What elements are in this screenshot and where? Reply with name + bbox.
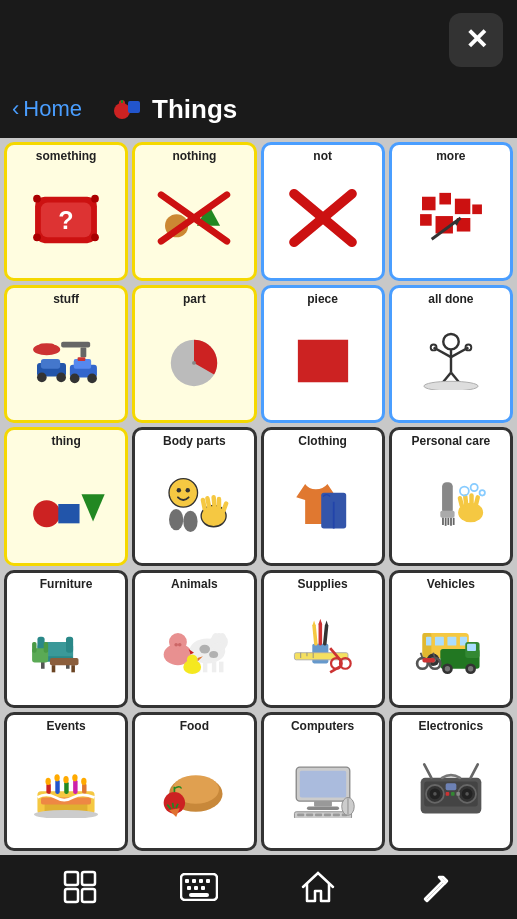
svg-rect-132	[435, 637, 444, 646]
keyboard-button[interactable]	[179, 867, 219, 907]
more-svg	[411, 189, 491, 247]
svg-rect-207	[199, 879, 203, 883]
svg-line-78	[476, 497, 478, 504]
svg-point-57	[169, 508, 183, 529]
svg-rect-155	[55, 779, 59, 793]
cell-food[interactable]: Food	[132, 712, 256, 851]
not-svg	[283, 189, 363, 247]
piece-svg	[283, 332, 363, 390]
svg-rect-23	[472, 205, 482, 215]
cell-body-parts[interactable]: Body parts	[132, 427, 256, 566]
cell-part[interactable]: part	[132, 285, 256, 424]
things-nav-icon	[108, 91, 144, 127]
svg-point-56	[186, 488, 190, 492]
svg-rect-86	[41, 662, 45, 669]
cell-nothing[interactable]: nothing	[132, 142, 256, 281]
cell-events[interactable]: Events	[4, 712, 128, 851]
svg-rect-68	[440, 510, 454, 517]
svg-point-58	[184, 510, 198, 531]
cell-clothing-image	[268, 448, 378, 558]
cell-something-label: something	[11, 150, 121, 163]
svg-point-80	[471, 484, 478, 491]
keyboard-icon	[180, 873, 218, 901]
cell-thing[interactable]: thing	[4, 427, 128, 566]
svg-point-193	[465, 792, 469, 796]
personal-care-svg	[411, 475, 491, 533]
cell-supplies[interactable]: Supplies	[261, 570, 385, 709]
svg-point-37	[87, 374, 97, 384]
close-button[interactable]: ✕	[449, 13, 503, 67]
svg-rect-104	[219, 662, 223, 673]
cell-stuff-image	[11, 306, 121, 416]
cell-something-image: ?	[11, 163, 121, 273]
svg-point-8	[91, 195, 99, 203]
cell-something[interactable]: something ?	[4, 142, 128, 281]
svg-rect-31	[41, 359, 60, 369]
clothing-svg	[283, 475, 363, 533]
cell-personal-care-image	[396, 448, 506, 558]
svg-marker-120	[324, 621, 328, 626]
cell-more[interactable]: more	[389, 142, 513, 281]
electronics-svg	[411, 760, 491, 818]
svg-line-64	[224, 503, 227, 510]
food-svg	[154, 760, 234, 818]
cell-animals-label: Animals	[139, 578, 249, 591]
svg-rect-20	[420, 215, 432, 227]
cell-nothing-image	[139, 163, 249, 273]
cell-more-image	[396, 163, 506, 273]
cell-clothing[interactable]: Clothing	[261, 427, 385, 566]
svg-point-106	[212, 633, 219, 644]
pencil-button[interactable]	[417, 867, 457, 907]
furniture-svg	[26, 617, 106, 675]
svg-rect-17	[422, 197, 436, 211]
cell-thing-label: thing	[11, 435, 121, 448]
cell-furniture-label: Furniture	[11, 578, 121, 591]
svg-line-62	[214, 497, 215, 506]
svg-point-32	[37, 373, 47, 383]
svg-rect-19	[455, 199, 470, 214]
cell-events-label: Events	[11, 720, 121, 733]
svg-marker-119	[318, 619, 322, 624]
svg-rect-174	[299, 770, 345, 797]
cell-part-label: part	[139, 293, 249, 306]
cell-supplies-label: Supplies	[268, 578, 378, 591]
svg-rect-29	[81, 347, 87, 357]
svg-point-40	[192, 361, 196, 365]
svg-rect-209	[187, 886, 191, 890]
svg-rect-197	[456, 792, 460, 796]
svg-point-54	[169, 478, 198, 507]
svg-point-111	[187, 655, 198, 666]
svg-line-75	[460, 498, 462, 505]
svg-rect-179	[306, 813, 313, 816]
cell-piece-label: piece	[268, 293, 378, 306]
svg-line-117	[324, 626, 326, 644]
cell-animals[interactable]: Animals	[132, 570, 256, 709]
cell-not[interactable]: not	[261, 142, 385, 281]
cell-clothing-label: Clothing	[268, 435, 378, 448]
cell-piece[interactable]: piece	[261, 285, 385, 424]
svg-point-107	[219, 633, 226, 644]
cell-furniture[interactable]: Furniture	[4, 570, 128, 709]
home-button[interactable]: ‹ Home	[12, 96, 82, 122]
cell-computers[interactable]: Computers	[261, 712, 385, 851]
svg-rect-202	[65, 889, 78, 902]
svg-point-163	[81, 778, 86, 785]
home-button[interactable]	[298, 867, 338, 907]
cell-vehicles[interactable]: Vehicles	[389, 570, 513, 709]
cell-electronics[interactable]: Electronics	[389, 712, 513, 851]
svg-rect-194	[446, 783, 457, 790]
thing-svg	[26, 475, 106, 533]
svg-rect-103	[212, 662, 216, 673]
cell-all-done[interactable]: all done	[389, 285, 513, 424]
cell-stuff[interactable]: stuff	[4, 285, 128, 424]
grid-button[interactable]	[60, 867, 100, 907]
svg-point-51	[33, 500, 60, 527]
svg-line-199	[471, 764, 478, 777]
svg-point-33	[56, 373, 66, 383]
home-label: Home	[23, 96, 82, 122]
svg-point-81	[479, 490, 484, 495]
svg-rect-89	[52, 665, 56, 672]
svg-point-145	[468, 666, 473, 671]
cell-vehicles-label: Vehicles	[396, 578, 506, 591]
cell-personal-care[interactable]: Personal care	[389, 427, 513, 566]
